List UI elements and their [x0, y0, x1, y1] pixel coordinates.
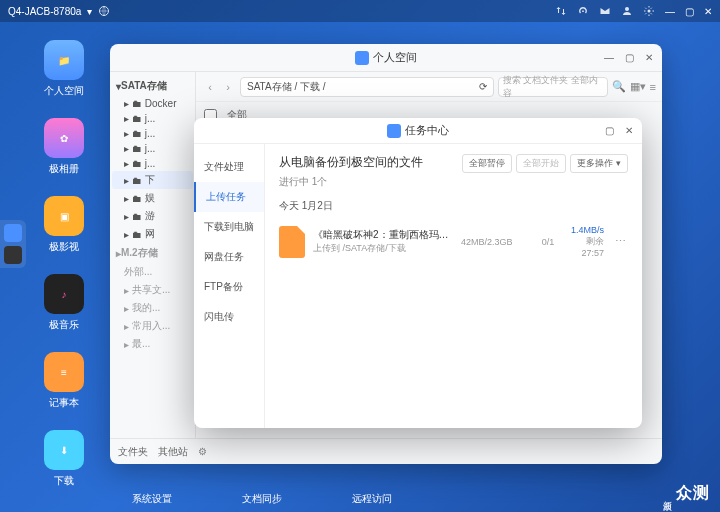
task-row[interactable]: 《暗黑破坏神2：重制西格玛2.51 MEDIAN... 上传到 /SATA存储/… [279, 219, 628, 264]
app-icon [355, 51, 369, 65]
task-name: 《暗黑破坏神2：重制西格玛2.51 MEDIAN... [313, 228, 453, 242]
search-icon[interactable]: 🔍 [612, 80, 626, 93]
sidebar-item[interactable]: 下载到电脑 [194, 212, 264, 242]
close-icon[interactable]: ✕ [642, 51, 656, 65]
sidebar-item[interactable]: 上传任务 [194, 182, 264, 212]
search-input[interactable]: 搜索 文档文件夹 全部内容 [498, 77, 608, 97]
bottom-label[interactable]: 系统设置 [132, 492, 172, 506]
sidebar-item[interactable]: FTP备份 [194, 272, 264, 302]
dock-item[interactable] [4, 246, 22, 264]
folder-tree: ▾ SATA存储 ▸ 🖿 Docker ▸ 🖿 j... ▸ 🖿 j... ▸ … [110, 72, 196, 438]
desktop-icon-music[interactable]: ♪极音乐 [18, 274, 110, 332]
file-icon [279, 226, 305, 258]
maximize-icon[interactable]: ▢ [685, 6, 694, 17]
tree-item[interactable]: ▸ 🖿 j... [112, 111, 193, 126]
desktop-icon-notes[interactable]: ≡记事本 [18, 352, 110, 410]
tree-item[interactable]: ▸ 🖿 娱 [112, 189, 193, 207]
svg-point-2 [648, 10, 651, 13]
tree-item[interactable]: ▸ 🖿 j... [112, 141, 193, 156]
bottom-label[interactable]: 远程访问 [352, 492, 392, 506]
tree-header[interactable]: ▸ M.2存储 [112, 243, 193, 263]
tree-item[interactable]: ▸ 🖿 j... [112, 126, 193, 141]
nav-fwd-icon[interactable]: › [220, 79, 236, 95]
tree-item[interactable]: 外部... [112, 263, 193, 281]
mail-icon[interactable] [599, 5, 611, 17]
close-icon[interactable]: ✕ [622, 124, 636, 138]
svg-point-1 [625, 7, 629, 11]
globe-icon[interactable] [98, 5, 110, 17]
nav-back-icon[interactable]: ‹ [202, 79, 218, 95]
tree-item[interactable]: ▸ 🖿 j... [112, 156, 193, 171]
task-speed: 1.4MB/s [571, 225, 604, 235]
watermark: 新浪众测 [661, 483, 710, 504]
refresh-icon[interactable]: ⟳ [479, 81, 487, 92]
tree-item[interactable]: ▸ 🖿 游 [112, 207, 193, 225]
footer-item[interactable]: 文件夹 [118, 445, 148, 459]
pause-all-button[interactable]: 全部暂停 [462, 154, 512, 173]
taskcenter-window: 任务中心 ▢ ✕ 文件处理 上传任务 下载到电脑 网盘任务 FTP备份 闪电传 … [194, 118, 642, 428]
desktop-icon-video[interactable]: ▣极影视 [18, 196, 110, 254]
dock-item[interactable] [4, 224, 22, 242]
tree-item[interactable]: ▸ 常用入... [112, 317, 193, 335]
section-sub: 进行中 1个 [279, 175, 423, 189]
gear-icon[interactable] [643, 5, 655, 17]
task-count: 0/1 [533, 237, 563, 247]
sidebar-item[interactable]: 闪电传 [194, 302, 264, 332]
task-sidebar: 文件处理 上传任务 下载到电脑 网盘任务 FTP备份 闪电传 [194, 144, 265, 428]
window-titlebar[interactable]: 个人空间 — ▢ ✕ [110, 44, 662, 72]
dashboard-icon[interactable] [577, 5, 589, 17]
tree-header[interactable]: ▾ SATA存储 [112, 76, 193, 96]
tree-item[interactable]: ▸ 最... [112, 335, 193, 353]
start-all-button[interactable]: 全部开始 [516, 154, 566, 173]
task-size: 42MB/2.3GB [461, 237, 525, 247]
task-remain: 剩余27:57 [571, 235, 604, 258]
window-title: 个人空间 [373, 50, 417, 65]
desktop-icon-photos[interactable]: ✿极相册 [18, 118, 110, 176]
tree-item[interactable]: ▸ 我的... [112, 299, 193, 317]
app-icon [387, 124, 401, 138]
more-icon[interactable]: ⋯ [612, 235, 628, 248]
bottom-label[interactable]: 文档同步 [242, 492, 282, 506]
tree-item[interactable]: ▸ 🖿 网 [112, 225, 193, 243]
gear-icon[interactable]: ⚙ [198, 446, 207, 457]
minimize-icon[interactable]: — [665, 6, 675, 17]
date-label: 今天 1月2日 [279, 199, 628, 213]
more-actions-button[interactable]: 更多操作 ▾ [570, 154, 628, 173]
dock [0, 220, 26, 268]
section-heading: 从电脑备份到极空间的文件 [279, 154, 423, 171]
chevron-down-icon[interactable]: ▾ [87, 6, 92, 17]
close-icon[interactable]: ✕ [704, 6, 712, 17]
tree-item[interactable]: ▸ 🖿 Docker [112, 96, 193, 111]
sidebar-item[interactable]: 文件处理 [194, 152, 264, 182]
sidebar-item[interactable]: 网盘任务 [194, 242, 264, 272]
window-titlebar[interactable]: 任务中心 ▢ ✕ [194, 118, 642, 144]
transfer-icon[interactable] [555, 5, 567, 17]
window-title: 任务中心 [405, 123, 449, 138]
view-icon[interactable]: ▦▾ [630, 80, 646, 93]
desktop-icon-personal[interactable]: 📁个人空间 [18, 40, 110, 98]
task-path: 上传到 /SATA存储/下载 [313, 242, 453, 255]
host-name[interactable]: Q4-JACB-8780a [8, 6, 81, 17]
maximize-icon[interactable]: ▢ [602, 124, 616, 138]
footer-item[interactable]: 其他站 [158, 445, 188, 459]
desktop-icon-download[interactable]: ⬇下载 [18, 430, 110, 488]
tree-item[interactable]: ▸ 共享文... [112, 281, 193, 299]
user-icon[interactable] [621, 5, 633, 17]
minimize-icon[interactable]: — [602, 51, 616, 65]
menu-icon[interactable]: ≡ [650, 81, 656, 93]
tree-item[interactable]: ▸ 🖿 下 [112, 171, 193, 189]
path-input[interactable]: SATA存储 / 下载 / ⟳ [240, 77, 494, 97]
maximize-icon[interactable]: ▢ [622, 51, 636, 65]
